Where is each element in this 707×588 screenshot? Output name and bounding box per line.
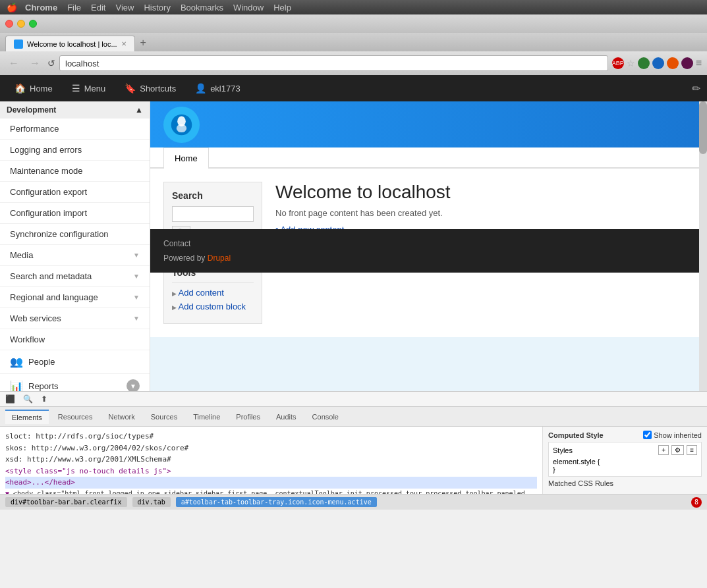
devtools-inspect-btn[interactable]: 🔍 <box>20 393 36 405</box>
sidebar-search-arrow: ▼ <box>133 273 140 280</box>
admin-home-button[interactable]: 🏠 Home <box>7 79 61 97</box>
extension-icon-1[interactable] <box>638 57 650 69</box>
content-area: Home Search 🔍 Tools Add content Add cust… <box>150 101 707 391</box>
os-help[interactable]: Help <box>273 3 291 13</box>
search-input[interactable] <box>172 206 254 222</box>
admin-pencil-button[interactable]: ✏ <box>692 82 700 95</box>
new-tab-button[interactable]: + <box>135 34 152 51</box>
close-button[interactable] <box>5 20 13 28</box>
sidebar-development-header[interactable]: Development ▲ <box>0 101 150 119</box>
apple-icon: 🍎 <box>7 3 17 13</box>
bookmark-star-icon[interactable]: ☆ <box>627 58 635 68</box>
os-bookmarks[interactable]: Bookmarks <box>181 3 223 13</box>
element-style: element.style { <box>553 458 697 466</box>
devtools-tab-sources[interactable]: Sources <box>144 410 184 423</box>
inherited-checkbox[interactable] <box>643 431 652 439</box>
os-chrome[interactable]: Chrome <box>25 3 57 13</box>
style-filter-button[interactable]: ≡ <box>687 445 697 455</box>
extension-icon-4[interactable] <box>681 57 693 69</box>
admin-shortcuts-button[interactable]: 🔖 Shortcuts <box>117 79 184 97</box>
devtools-tab-console[interactable]: Console <box>306 410 345 423</box>
styles-label: Styles <box>553 446 573 454</box>
sidebar-item-maintenance[interactable]: Maintenance mode <box>0 161 150 182</box>
home-icon: 🏠 <box>14 83 26 94</box>
back-button[interactable]: ← <box>5 56 22 70</box>
os-file[interactable]: File <box>67 3 81 13</box>
tab-bar: Welcome to localhost | loc... ✕ + <box>0 33 707 51</box>
os-window[interactable]: Window <box>233 3 264 13</box>
code-line-6: ▼ <body class="html front logged-in one-… <box>5 489 537 494</box>
refresh-button[interactable]: ↺ <box>47 58 55 68</box>
tab-close-button[interactable]: ✕ <box>121 40 127 47</box>
maximize-button[interactable] <box>29 20 37 28</box>
devtools-tab-profiles[interactable]: Profiles <box>229 410 267 423</box>
devtools-tab-elements[interactable]: Elements <box>5 410 49 424</box>
sidebar-item-search-metadata[interactable]: Search and metadata ▼ <box>0 266 150 287</box>
admin-menu-button[interactable]: ☰ Menu <box>64 79 114 97</box>
add-content-link[interactable]: Add content <box>172 288 254 298</box>
footer-powered: Powered by Drupal <box>163 254 686 263</box>
sidebar-item-web-services[interactable]: Web services ▼ <box>0 308 150 329</box>
reports-expand-button[interactable]: ▼ <box>127 379 140 391</box>
chrome-titlebar <box>0 14 707 33</box>
bottom-bar-div-tab[interactable]: div.tab <box>132 497 171 507</box>
footer-contact[interactable]: Contact <box>163 239 686 248</box>
drupal-link[interactable]: Drupal <box>208 254 231 263</box>
sidebar-reports-label: Reports <box>28 381 59 391</box>
admin-user-button[interactable]: 👤 ekl1773 <box>187 79 248 97</box>
adblock-icon[interactable]: ABP <box>612 57 624 69</box>
sidebar-item-people[interactable]: 👥 People <box>0 350 150 374</box>
show-inherited-checkbox[interactable]: Show inherited <box>643 431 702 439</box>
sidebar-item-performance[interactable]: Performance <box>0 119 150 140</box>
people-icon: 👥 <box>10 356 23 368</box>
active-tab[interactable]: Welcome to localhost | loc... ✕ <box>5 36 135 51</box>
sidebar-item-logging[interactable]: Logging and errors <box>0 140 150 161</box>
page-description: No front page content has been created y… <box>275 208 694 218</box>
sidebar-item-workflow[interactable]: Workflow <box>0 329 150 350</box>
sidebar-item-config-export[interactable]: Configuration export <box>0 182 150 203</box>
code-line-5[interactable]: <head>...</head> <box>5 477 537 489</box>
home-tab[interactable]: Home <box>163 147 209 169</box>
tab-title: Welcome to localhost | loc... <box>27 40 117 48</box>
computed-style-header: Computed Style Show inherited <box>548 431 702 439</box>
drupal-admin-bar: 🏠 Home ☰ Menu 🔖 Shortcuts 👤 ekl1773 ✏ <box>0 75 707 101</box>
svg-point-2 <box>177 124 186 132</box>
sidebar-search-label: Search and metadata <box>10 271 92 281</box>
devtools-tab-network[interactable]: Network <box>101 410 141 423</box>
scrollbar[interactable] <box>699 101 707 391</box>
sidebar-item-regional[interactable]: Regional and language ▼ <box>0 287 150 308</box>
devtools-tab-resources[interactable]: Resources <box>51 410 99 423</box>
url-text: localhost <box>65 59 99 68</box>
os-history[interactable]: History <box>144 3 170 13</box>
address-bar: ← → ↺ localhost ABP ☆ ≡ <box>0 51 707 75</box>
add-custom-block-link[interactable]: Add custom block <box>172 302 254 311</box>
devtools-tab-audits[interactable]: Audits <box>269 410 303 423</box>
scrollbar-thumb[interactable] <box>699 101 707 154</box>
sidebar-web-services-arrow: ▼ <box>133 315 140 322</box>
forward-button[interactable]: → <box>26 56 43 70</box>
sidebar-sync-label: Synchronize configuration <box>10 229 109 239</box>
style-close-brace: } <box>553 466 697 473</box>
minimize-button[interactable] <box>17 20 25 28</box>
sidebar-item-media[interactable]: Media ▼ <box>0 245 150 266</box>
admin-user-label: ekl1773 <box>210 84 240 94</box>
sidebar-regional-arrow: ▼ <box>133 294 140 301</box>
bottom-bar-div-toolbar[interactable]: div#toolbar-bar.bar.clearfix <box>5 497 127 507</box>
os-edit[interactable]: Edit <box>91 3 105 13</box>
sidebar-item-reports[interactable]: 📊 Reports ▼ <box>0 374 150 391</box>
traffic-lights <box>5 20 37 28</box>
bottom-bar-anchor-active[interactable]: a#toolbar-tab-toolbar-tray.icon.icon-men… <box>176 497 377 507</box>
extension-icon-3[interactable] <box>667 57 679 69</box>
devtools-tab-timeline[interactable]: Timeline <box>186 410 227 423</box>
devtools-up-btn[interactable]: ⬆ <box>38 393 50 405</box>
menu-icon: ☰ <box>72 83 80 94</box>
add-style-button[interactable]: + <box>658 445 669 455</box>
chrome-menu-button[interactable]: ≡ <box>696 57 702 69</box>
url-input[interactable]: localhost <box>59 55 608 71</box>
sidebar-item-sync[interactable]: Synchronize configuration <box>0 224 150 245</box>
style-options-button[interactable]: ⚙ <box>671 445 684 455</box>
extension-icon-2[interactable] <box>652 57 664 69</box>
sidebar-item-config-import[interactable]: Configuration import <box>0 203 150 224</box>
os-view[interactable]: View <box>115 3 134 13</box>
devtools-elements-btn[interactable]: ⬛ <box>3 393 18 405</box>
